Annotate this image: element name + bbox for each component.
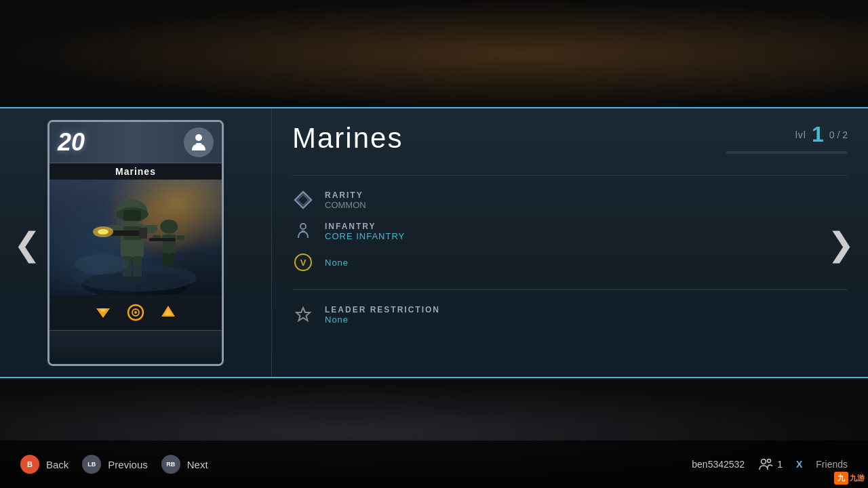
rarity-content: RARITY COMMON (325, 190, 366, 210)
svg-rect-21 (163, 253, 168, 266)
main-panel: 20 Marines (0, 107, 868, 378)
b-button-badge: B (20, 455, 39, 474)
friends-label: Friends (816, 459, 848, 470)
card-class-icon (184, 127, 214, 157)
info-section: Marines lvl 1 0 / 2 (271, 108, 868, 377)
leader-value: None (325, 314, 440, 325)
svg-rect-37 (301, 230, 305, 232)
ability-value: None (325, 258, 349, 268)
bottom-bar: B Back LB Previous RB Next ben5342532 1 … (0, 441, 868, 488)
rarity-value: COMMON (325, 200, 366, 210)
svg-rect-19 (176, 235, 184, 240)
nav-buttons: B Back LB Previous RB Next (20, 455, 215, 474)
lvl-label: lvl (795, 129, 806, 140)
infantry-label: INFANTRY (325, 222, 405, 231)
unit-name: Marines (292, 122, 403, 155)
card-name-bar: Marines (50, 163, 222, 180)
header-divider (292, 175, 848, 176)
unit-card: 20 Marines (47, 120, 224, 366)
arrow-left-button[interactable]: ❮ (14, 225, 41, 263)
prev-label[interactable]: Previous (108, 459, 147, 470)
friends-stat: 1 (758, 457, 783, 472)
back-label[interactable]: Back (46, 459, 68, 470)
card-image (50, 180, 222, 295)
svg-point-31 (134, 311, 137, 314)
info-header: Marines lvl 1 0 / 2 (292, 122, 848, 155)
svg-marker-38 (296, 308, 310, 321)
x-button: X (796, 459, 802, 470)
svg-point-24 (98, 229, 108, 235)
lb-label: LB (87, 461, 96, 468)
svg-rect-17 (163, 235, 176, 254)
card-level: 20 (58, 128, 85, 157)
svg-rect-1 (196, 143, 201, 144)
username: ben5342532 (692, 459, 745, 470)
rb-label: RB (166, 461, 175, 468)
svg-point-0 (195, 134, 202, 141)
watermark-badge: 九 (834, 472, 848, 485)
svg-point-36 (300, 224, 306, 229)
leader-content: LEADER RESTRICTION None (325, 305, 440, 325)
svg-point-40 (768, 460, 771, 463)
stat-row-rarity: RARITY COMMON (292, 189, 848, 211)
arrow-right-button[interactable]: ❯ (827, 225, 854, 263)
svg-point-39 (762, 460, 766, 464)
lvl-count: 0 / 2 (829, 129, 848, 140)
leader-icon (292, 304, 314, 325)
lvl-value: 1 (812, 122, 824, 147)
card-section: 20 Marines (0, 108, 271, 377)
level-row: lvl 1 0 / 2 (795, 122, 848, 147)
watermark-text: 九游 (850, 473, 865, 483)
leader-label: LEADER RESTRICTION (325, 305, 440, 314)
b-label: B (27, 460, 33, 468)
stat-row-ability: V None (292, 251, 848, 273)
card-name-text: Marines (115, 166, 156, 177)
rarity-label: RARITY (325, 190, 366, 200)
level-info: lvl 1 0 / 2 (726, 122, 848, 154)
section-divider (292, 289, 848, 290)
card-bottom (50, 330, 222, 364)
stat-row-infantry: INFANTRY CORE INFANTRY (292, 220, 848, 242)
svg-rect-5 (123, 210, 141, 221)
svg-point-26 (75, 254, 129, 274)
user-info: ben5342532 1 X Friends (692, 457, 848, 472)
stats-grid: RARITY COMMON INFANTRY CORE INFANTRY (292, 182, 848, 280)
leader-section: LEADER RESTRICTION None (292, 300, 848, 325)
rb-button-badge: RB (161, 455, 180, 474)
ability-content: None (325, 258, 349, 268)
card-icons-bar (50, 295, 222, 330)
svg-rect-11 (139, 228, 147, 239)
background-top (0, 0, 868, 108)
card-icon-circle (125, 302, 146, 323)
level-bar (726, 151, 848, 154)
infantry-content: INFANTRY CORE INFANTRY (325, 222, 405, 241)
svg-rect-22 (169, 253, 174, 266)
card-icon-diamond (92, 302, 114, 323)
friends-icon (758, 457, 773, 472)
infantry-value: CORE INFANTRY (325, 231, 405, 241)
card-top-bar: 20 (50, 122, 222, 163)
infantry-icon (292, 220, 314, 242)
next-label[interactable]: Next (187, 459, 208, 470)
v-badge: V (294, 253, 312, 271)
soldier-artwork (61, 183, 210, 295)
friends-count: 1 (777, 459, 783, 470)
watermark: 九 九游 (834, 472, 865, 485)
svg-point-16 (160, 219, 178, 233)
ability-icon: V (292, 251, 314, 273)
rarity-icon (292, 189, 314, 211)
lb-button-badge: LB (82, 455, 101, 474)
card-icon-arrow-up (157, 302, 179, 323)
svg-rect-20 (149, 238, 176, 241)
